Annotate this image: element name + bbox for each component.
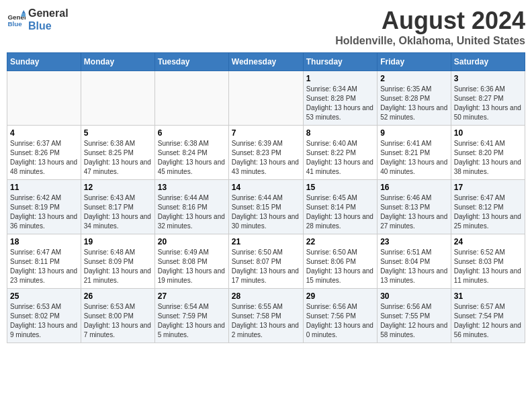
day-number: 4 [10,128,78,138]
calendar-cell: 18Sunrise: 6:47 AMSunset: 8:11 PMDayligh… [7,234,81,289]
page-header: General Blue General Blue August 2024 Ho… [7,7,525,47]
day-number: 20 [158,237,226,246]
day-info: Sunrise: 6:44 AMSunset: 8:15 PMDaylight:… [232,193,300,231]
calendar-cell: 8Sunrise: 6:40 AMSunset: 8:22 PMDaylight… [303,126,377,180]
day-info: Sunrise: 6:41 AMSunset: 8:20 PMDaylight:… [454,139,522,177]
day-info: Sunrise: 6:40 AMSunset: 8:22 PMDaylight:… [306,139,374,177]
header-row: SundayMondayTuesdayWednesdayThursdayFrid… [7,53,525,71]
logo-icon: General Blue [7,10,26,29]
calendar-cell [81,71,154,126]
day-number: 18 [10,237,78,246]
calendar-cell [7,71,81,126]
day-number: 31 [454,291,522,301]
calendar-cell: 10Sunrise: 6:41 AMSunset: 8:20 PMDayligh… [451,126,525,180]
day-info: Sunrise: 6:41 AMSunset: 8:21 PMDaylight:… [380,139,448,177]
calendar-cell: 3Sunrise: 6:36 AMSunset: 8:27 PMDaylight… [451,71,525,126]
week-row-1: 1Sunrise: 6:34 AMSunset: 8:28 PMDaylight… [7,71,525,126]
calendar-cell: 19Sunrise: 6:48 AMSunset: 8:09 PMDayligh… [81,234,154,289]
calendar-cell: 20Sunrise: 6:49 AMSunset: 8:08 PMDayligh… [154,234,228,289]
header-saturday: Saturday [451,53,525,71]
calendar-cell: 14Sunrise: 6:44 AMSunset: 8:15 PMDayligh… [228,180,303,234]
logo-line1: General [28,7,69,19]
logo: General Blue General Blue [7,7,69,32]
calendar-cell: 12Sunrise: 6:43 AMSunset: 8:17 PMDayligh… [81,180,154,234]
calendar-cell: 16Sunrise: 6:46 AMSunset: 8:13 PMDayligh… [378,180,451,234]
day-info: Sunrise: 6:37 AMSunset: 8:26 PMDaylight:… [10,139,78,177]
day-info: Sunrise: 6:52 AMSunset: 8:03 PMDaylight:… [454,248,522,285]
calendar-cell: 5Sunrise: 6:38 AMSunset: 8:25 PMDaylight… [81,126,154,180]
header-friday: Friday [378,53,451,71]
day-info: Sunrise: 6:48 AMSunset: 8:09 PMDaylight:… [84,248,152,285]
day-number: 3 [454,74,522,83]
day-number: 10 [454,128,522,138]
day-info: Sunrise: 6:38 AMSunset: 8:24 PMDaylight:… [158,139,226,177]
subtitle: Holdenville, Oklahoma, United States [335,35,525,47]
calendar-cell: 25Sunrise: 6:53 AMSunset: 8:02 PMDayligh… [7,289,81,343]
day-number: 11 [10,183,78,192]
day-info: Sunrise: 6:54 AMSunset: 7:59 PMDaylight:… [158,302,226,340]
day-info: Sunrise: 6:35 AMSunset: 8:28 PMDaylight:… [380,85,448,122]
week-row-4: 18Sunrise: 6:47 AMSunset: 8:11 PMDayligh… [7,234,525,289]
header-tuesday: Tuesday [154,53,228,71]
day-info: Sunrise: 6:55 AMSunset: 7:58 PMDaylight:… [232,302,300,340]
day-number: 14 [232,183,300,192]
day-info: Sunrise: 6:39 AMSunset: 8:23 PMDaylight:… [232,139,300,177]
calendar-cell: 28Sunrise: 6:55 AMSunset: 7:58 PMDayligh… [228,289,303,343]
calendar-cell: 15Sunrise: 6:45 AMSunset: 8:14 PMDayligh… [303,180,377,234]
calendar-cell: 9Sunrise: 6:41 AMSunset: 8:21 PMDaylight… [378,126,451,180]
day-number: 29 [306,291,374,301]
day-number: 12 [84,183,152,192]
calendar-cell: 21Sunrise: 6:50 AMSunset: 8:07 PMDayligh… [228,234,303,289]
day-number: 24 [454,237,522,246]
calendar-cell: 11Sunrise: 6:42 AMSunset: 8:19 PMDayligh… [7,180,81,234]
calendar-cell: 6Sunrise: 6:38 AMSunset: 8:24 PMDaylight… [154,126,228,180]
week-row-2: 4Sunrise: 6:37 AMSunset: 8:26 PMDaylight… [7,126,525,180]
day-info: Sunrise: 6:46 AMSunset: 8:13 PMDaylight:… [380,193,448,231]
week-row-5: 25Sunrise: 6:53 AMSunset: 8:02 PMDayligh… [7,289,525,343]
svg-marker-2 [21,10,26,14]
header-wednesday: Wednesday [228,53,303,71]
calendar-cell: 4Sunrise: 6:37 AMSunset: 8:26 PMDaylight… [7,126,81,180]
main-title: August 2024 [335,7,525,35]
day-number: 9 [380,128,448,138]
calendar-cell: 1Sunrise: 6:34 AMSunset: 8:28 PMDaylight… [303,71,377,126]
day-info: Sunrise: 6:49 AMSunset: 8:08 PMDaylight:… [158,248,226,285]
day-info: Sunrise: 6:45 AMSunset: 8:14 PMDaylight:… [306,193,374,231]
day-number: 8 [306,128,374,138]
week-row-3: 11Sunrise: 6:42 AMSunset: 8:19 PMDayligh… [7,180,525,234]
day-info: Sunrise: 6:51 AMSunset: 8:04 PMDaylight:… [380,248,448,285]
day-info: Sunrise: 6:42 AMSunset: 8:19 PMDaylight:… [10,193,78,231]
day-number: 1 [306,74,374,83]
calendar-cell: 31Sunrise: 6:57 AMSunset: 7:54 PMDayligh… [451,289,525,343]
calendar-cell: 26Sunrise: 6:53 AMSunset: 8:00 PMDayligh… [81,289,154,343]
calendar-cell: 30Sunrise: 6:56 AMSunset: 7:55 PMDayligh… [378,289,451,343]
day-info: Sunrise: 6:36 AMSunset: 8:27 PMDaylight:… [454,85,522,122]
day-info: Sunrise: 6:56 AMSunset: 7:56 PMDaylight:… [306,302,374,340]
header-thursday: Thursday [303,53,377,71]
calendar-table: SundayMondayTuesdayWednesdayThursdayFrid… [7,52,525,343]
day-number: 13 [158,183,226,192]
calendar-cell: 23Sunrise: 6:51 AMSunset: 8:04 PMDayligh… [378,234,451,289]
calendar-cell: 13Sunrise: 6:44 AMSunset: 8:16 PMDayligh… [154,180,228,234]
day-number: 27 [158,291,226,301]
day-number: 28 [232,291,300,301]
day-number: 21 [232,237,300,246]
calendar-cell: 2Sunrise: 6:35 AMSunset: 8:28 PMDaylight… [378,71,451,126]
day-info: Sunrise: 6:44 AMSunset: 8:16 PMDaylight:… [158,193,226,231]
calendar-cell [154,71,228,126]
svg-text:Blue: Blue [7,20,22,28]
day-number: 5 [84,128,152,138]
day-info: Sunrise: 6:38 AMSunset: 8:25 PMDaylight:… [84,139,152,177]
day-number: 6 [158,128,226,138]
day-number: 2 [380,74,448,83]
day-number: 25 [10,291,78,301]
logo-line2: Blue [28,19,69,32]
day-number: 30 [380,291,448,301]
day-info: Sunrise: 6:47 AMSunset: 8:12 PMDaylight:… [454,193,522,231]
header-sunday: Sunday [7,53,81,71]
day-info: Sunrise: 6:50 AMSunset: 8:06 PMDaylight:… [306,248,374,285]
day-number: 23 [380,237,448,246]
day-info: Sunrise: 6:57 AMSunset: 7:54 PMDaylight:… [454,302,522,340]
day-number: 16 [380,183,448,192]
day-number: 15 [306,183,374,192]
